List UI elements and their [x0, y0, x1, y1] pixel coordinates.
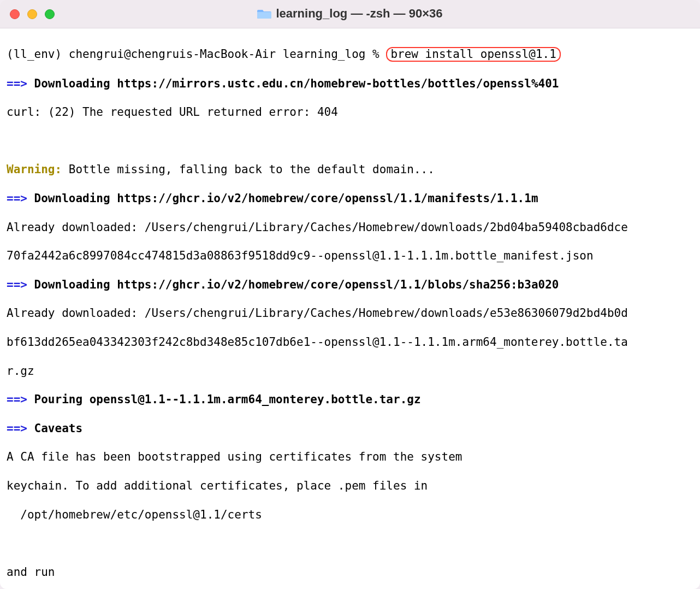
output-line: ==> Downloading https://mirrors.ustc.edu… — [7, 76, 693, 91]
traffic-lights — [10, 9, 55, 19]
arrow-icon: ==> — [7, 192, 34, 205]
command-highlight: brew install openssl@1.1 — [386, 47, 560, 62]
output-line: /opt/homebrew/etc/openssl@1.1/certs — [7, 508, 693, 522]
output-line: ==> Downloading https://ghcr.io/v2/homeb… — [7, 191, 693, 205]
minimize-window-button[interactable] — [27, 9, 37, 19]
arrow-icon: ==> — [7, 393, 34, 406]
maximize-window-button[interactable] — [45, 9, 55, 19]
output-line: A CA file has been bootstrapped using ce… — [7, 450, 693, 464]
arrow-icon: ==> — [7, 77, 34, 90]
window-title: learning_log — -zsh — 90×36 — [257, 7, 442, 21]
output-line: ==> Caveats — [7, 421, 693, 435]
warning-text: Bottle missing, falling back to the defa… — [62, 163, 435, 176]
output-line: ==> Pouring openssl@1.1--1.1.1m.arm64_mo… — [7, 392, 693, 407]
output-line: and run — [7, 565, 693, 579]
folder-icon — [257, 8, 271, 19]
blank-line — [7, 134, 693, 148]
warning-label: Warning: — [7, 163, 62, 176]
close-window-button[interactable] — [10, 9, 20, 19]
arrow-icon: ==> — [7, 422, 34, 435]
download-heading: Downloading https://ghcr.io/v2/homebrew/… — [34, 192, 538, 205]
blank-line — [7, 536, 693, 550]
output-line: 70fa2442a6c8997084cc474815d3a08863f9518d… — [7, 249, 693, 263]
download-heading: Downloading https://ghcr.io/v2/homebrew/… — [34, 278, 559, 291]
output-line: r.gz — [7, 364, 693, 378]
prompt-line: (ll_env) chengrui@chengruis-MacBook-Air … — [7, 47, 693, 62]
prompt: (ll_env) chengrui@chengruis-MacBook-Air … — [7, 48, 386, 61]
output-line: keychain. To add additional certificates… — [7, 479, 693, 493]
output-line: Warning: Bottle missing, falling back to… — [7, 162, 693, 176]
output-line: Already downloaded: /Users/chengrui/Libr… — [7, 220, 693, 234]
output-line: ==> Downloading https://ghcr.io/v2/homeb… — [7, 278, 693, 292]
output-line: bf613dd265ea043342303f242c8bd348e85c107d… — [7, 335, 693, 349]
arrow-icon: ==> — [7, 278, 34, 291]
pouring-heading: Pouring openssl@1.1--1.1.1m.arm64_monter… — [34, 393, 421, 406]
output-line: Already downloaded: /Users/chengrui/Libr… — [7, 306, 693, 320]
window-titlebar: learning_log — -zsh — 90×36 — [0, 0, 700, 28]
terminal-area[interactable]: (ll_env) chengrui@chengruis-MacBook-Air … — [0, 28, 700, 589]
download-heading: Downloading https://mirrors.ustc.edu.cn/… — [34, 77, 559, 90]
caveats-heading: Caveats — [34, 422, 83, 435]
window-title-text: learning_log — -zsh — 90×36 — [276, 7, 442, 21]
output-line: curl: (22) The requested URL returned er… — [7, 105, 693, 119]
